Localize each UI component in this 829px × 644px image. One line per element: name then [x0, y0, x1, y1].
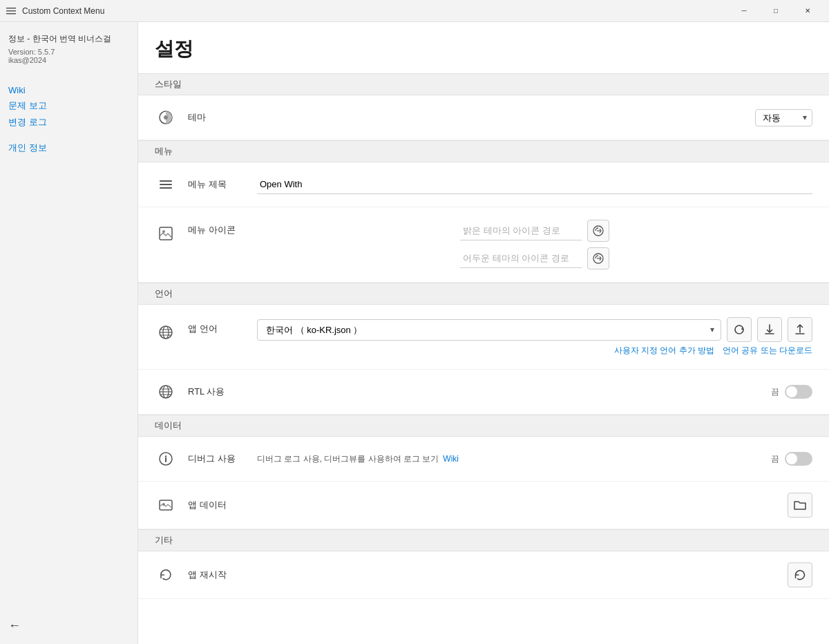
light-icon-pick-button[interactable] [587, 220, 609, 242]
page-title: 설정 [138, 22, 829, 73]
sidebar-app-name: 정보 - 한국어 번역 비너스걸 [8, 33, 129, 45]
menu-title-content [257, 175, 812, 194]
sidebar-version: Version: 5.5.7 [8, 48, 129, 56]
menu-icon-icon [155, 222, 177, 245]
app-restart-icon [155, 564, 177, 586]
minimize-button[interactable]: ─ [728, 0, 760, 22]
app-data-label: 앱 데이터 [188, 499, 257, 511]
debug-toggle-label: 끔 [771, 453, 779, 465]
theme-select-wrapper: 자동 밝음 어두움 [755, 109, 812, 126]
debug-icon [155, 448, 177, 470]
debug-toggle[interactable] [785, 452, 812, 466]
menu-icon-row: 메뉴 아이콘 [138, 207, 829, 283]
app-language-icon: * [155, 321, 177, 343]
svg-rect-6 [160, 184, 172, 185]
app-restart-row: 앱 재시작 [138, 551, 829, 599]
sidebar-item-personal[interactable]: 개인 정보 [8, 141, 47, 154]
lang-download-button[interactable] [757, 317, 782, 342]
lang-upload-button[interactable] [788, 317, 812, 342]
rtl-toggle-wrapper: 끔 [771, 385, 812, 399]
menu-icon-content [257, 220, 812, 269]
rtl-slider [785, 385, 812, 399]
svg-rect-7 [160, 187, 172, 189]
sidebar-app-info: 정보 - 한국어 번역 비너스걸 Version: 5.5.7 ikas@202… [8, 33, 129, 73]
sidebar-copyright: ikas@2024 [8, 56, 129, 64]
menu-title-label: 메뉴 제목 [188, 178, 257, 191]
add-language-link[interactable]: 사용자 지정 언어 추가 방법 [614, 345, 714, 357]
debug-toggle-wrapper: 끔 [771, 452, 812, 466]
dark-icon-pick-button[interactable] [587, 247, 609, 269]
theme-row: 테마 자동 밝음 어두움 [138, 95, 829, 140]
debug-description: 디버그 로그 사용, 디버그뷰를 사용하여 로그 보기 [257, 453, 439, 465]
app-restart-action [788, 562, 812, 587]
section-header-style: 스타일 [138, 73, 829, 95]
sidebar-personal-section: 개인 정보 [8, 141, 129, 154]
rtl-toggle[interactable] [785, 385, 812, 399]
lang-refresh-button[interactable] [727, 317, 752, 342]
menu-icon-label: 메뉴 아이콘 [188, 224, 257, 236]
titlebar: Custom Context Menu ─ □ ✕ [0, 0, 829, 22]
app-data-action [788, 493, 812, 518]
svg-rect-0 [6, 8, 16, 9]
app-language-row: * 앱 언어 한국어 （ ko-KR.json ） [138, 305, 829, 370]
titlebar-title: Custom Context Menu [22, 6, 728, 16]
sidebar: 정보 - 한국어 번역 비너스걸 Version: 5.5.7 ikas@202… [0, 22, 138, 644]
rtl-toggle-label: 끔 [771, 386, 779, 398]
main-content: 설정 스타일 테마 자동 밝음 어두움 [138, 22, 829, 644]
light-icon-input[interactable] [460, 221, 582, 240]
app-data-icon [155, 494, 177, 516]
app-data-folder-button[interactable] [788, 493, 812, 518]
theme-icon [155, 106, 177, 129]
lang-select-wrapper: 한국어 （ ko-KR.json ） [257, 319, 721, 341]
sidebar-item-wiki[interactable]: Wiki [8, 84, 129, 97]
theme-select[interactable]: 자동 밝음 어두움 [755, 109, 812, 126]
debug-wiki-link[interactable]: Wiki [443, 454, 459, 464]
sidebar-nav: Wiki 문제 보고 변경 로그 [8, 84, 129, 130]
theme-label: 테마 [188, 111, 257, 124]
svg-point-32 [165, 455, 166, 457]
app-language-label: 앱 언어 [188, 323, 257, 335]
app-body: 정보 - 한국어 번역 비너스걸 Version: 5.5.7 ikas@202… [0, 22, 829, 644]
lang-row-top: 한국어 （ ko-KR.json ） [257, 317, 812, 342]
menu-title-icon [155, 173, 177, 196]
svg-rect-8 [160, 227, 172, 240]
lang-row-content: 한국어 （ ko-KR.json ） [257, 317, 812, 357]
debug-content: 디버그 로그 사용, 디버그뷰를 사용하여 로그 보기 Wiki [257, 453, 771, 465]
theme-dropdown-wrapper: 자동 밝음 어두움 [755, 109, 812, 126]
section-header-data: 데이터 [138, 415, 829, 437]
app-icon [6, 6, 17, 17]
debug-label: 디버그 사용 [188, 453, 257, 465]
rtl-row: * RTL 사용 끔 [138, 370, 829, 415]
dark-icon-input[interactable] [460, 249, 582, 268]
section-header-menu: 메뉴 [138, 140, 829, 162]
window-controls: ─ □ ✕ [728, 0, 823, 22]
svg-point-4 [164, 115, 168, 120]
light-icon-row [460, 220, 609, 242]
svg-rect-2 [6, 13, 16, 15]
lang-select[interactable]: 한국어 （ ko-KR.json ） [257, 319, 721, 341]
svg-rect-1 [6, 10, 16, 12]
app-restart-label: 앱 재시작 [188, 569, 257, 581]
rtl-label: RTL 사용 [188, 386, 257, 398]
svg-rect-5 [160, 180, 172, 182]
dark-icon-row [460, 247, 609, 269]
section-header-other: 기타 [138, 529, 829, 551]
sidebar-item-issue[interactable]: 문제 보고 [8, 98, 129, 113]
menu-title-row: 메뉴 제목 [138, 162, 829, 207]
debug-slider [785, 452, 812, 466]
sidebar-item-changelog[interactable]: 변경 로그 [8, 115, 129, 130]
rtl-icon: * [155, 381, 177, 403]
maximize-button[interactable]: □ [760, 0, 792, 22]
close-button[interactable]: ✕ [792, 0, 823, 22]
sidebar-footer: ← [8, 618, 129, 633]
section-header-language: 언어 [138, 283, 829, 305]
back-button[interactable]: ← [8, 618, 21, 633]
app-data-row: 앱 데이터 [138, 482, 829, 529]
share-language-link[interactable]: 언어 공유 또는 다운로드 [723, 345, 812, 357]
app-restart-button[interactable] [788, 562, 812, 587]
menu-title-input[interactable] [257, 175, 812, 194]
debug-row: 디버그 사용 디버그 로그 사용, 디버그뷰를 사용하여 로그 보기 Wiki … [138, 437, 829, 482]
lang-row-bottom: 사용자 지정 언어 추가 방법 언어 공유 또는 다운로드 [257, 345, 812, 357]
